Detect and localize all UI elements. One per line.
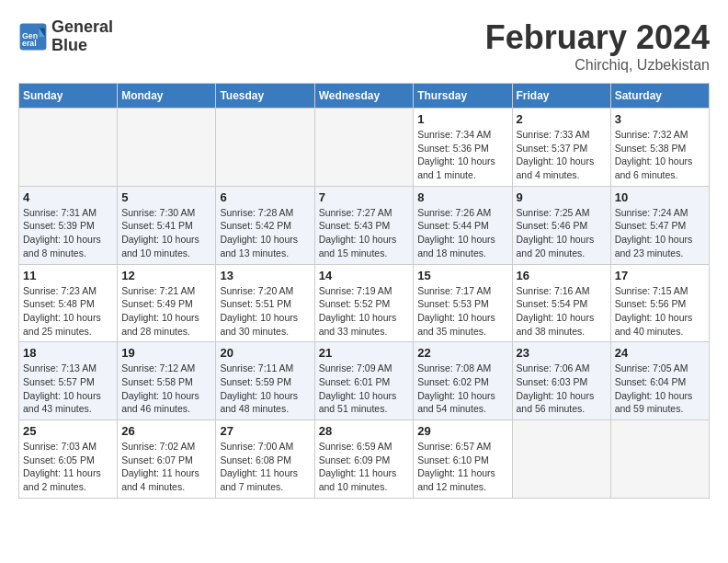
column-header-wednesday: Wednesday bbox=[314, 84, 414, 109]
day-number: 5 bbox=[121, 190, 211, 204]
day-info: Sunrise: 7:26 AMSunset: 5:44 PMDaylight:… bbox=[417, 206, 507, 260]
day-info: Sunrise: 7:19 AMSunset: 5:52 PMDaylight:… bbox=[319, 284, 410, 339]
day-info: Sunrise: 7:34 AMSunset: 5:36 PMDaylight:… bbox=[417, 128, 507, 182]
column-header-sunday: Sunday bbox=[19, 84, 118, 109]
day-number: 11 bbox=[23, 269, 113, 282]
day-number: 12 bbox=[121, 269, 211, 282]
day-number: 7 bbox=[319, 190, 410, 204]
calendar-week-row: 11Sunrise: 7:23 AMSunset: 5:48 PMDayligh… bbox=[19, 264, 710, 342]
day-number: 22 bbox=[417, 346, 507, 360]
calendar-cell: 26Sunrise: 7:02 AMSunset: 6:07 PMDayligh… bbox=[118, 420, 216, 499]
calendar-cell bbox=[314, 109, 414, 187]
day-info: Sunrise: 7:12 AMSunset: 5:58 PMDaylight:… bbox=[121, 362, 211, 416]
calendar-cell: 7Sunrise: 7:27 AMSunset: 5:43 PMDaylight… bbox=[314, 186, 414, 264]
location-subtitle: Chirchiq, Uzbekistan bbox=[485, 57, 710, 74]
day-info: Sunrise: 7:27 AMSunset: 5:43 PMDaylight:… bbox=[319, 206, 410, 260]
day-info: Sunrise: 7:20 AMSunset: 5:51 PMDaylight:… bbox=[220, 284, 310, 339]
calendar-cell: 4Sunrise: 7:31 AMSunset: 5:39 PMDaylight… bbox=[19, 186, 118, 264]
day-number: 14 bbox=[319, 269, 410, 282]
day-info: Sunrise: 6:57 AMSunset: 6:10 PMDaylight:… bbox=[417, 440, 507, 494]
day-info: Sunrise: 7:28 AMSunset: 5:42 PMDaylight:… bbox=[220, 206, 310, 260]
day-info: Sunrise: 7:17 AMSunset: 5:53 PMDaylight:… bbox=[417, 284, 507, 339]
day-info: Sunrise: 7:33 AMSunset: 5:37 PMDaylight:… bbox=[517, 128, 607, 182]
calendar-cell: 19Sunrise: 7:12 AMSunset: 5:58 PMDayligh… bbox=[118, 342, 216, 420]
calendar-cell: 29Sunrise: 6:57 AMSunset: 6:10 PMDayligh… bbox=[414, 420, 512, 499]
calendar-cell bbox=[19, 109, 118, 187]
day-info: Sunrise: 7:13 AMSunset: 5:57 PMDaylight:… bbox=[23, 362, 113, 416]
calendar-cell: 9Sunrise: 7:25 AMSunset: 5:46 PMDaylight… bbox=[512, 186, 610, 264]
day-number: 24 bbox=[615, 346, 705, 360]
calendar-cell: 12Sunrise: 7:21 AMSunset: 5:49 PMDayligh… bbox=[118, 264, 216, 342]
calendar-cell: 23Sunrise: 7:06 AMSunset: 6:03 PMDayligh… bbox=[512, 342, 610, 420]
calendar-cell bbox=[610, 420, 709, 499]
day-info: Sunrise: 7:06 AMSunset: 6:03 PMDaylight:… bbox=[517, 362, 607, 416]
day-info: Sunrise: 7:15 AMSunset: 5:56 PMDaylight:… bbox=[615, 284, 705, 339]
calendar-cell: 3Sunrise: 7:32 AMSunset: 5:38 PMDaylight… bbox=[610, 109, 709, 187]
logo-icon: Gen eral bbox=[18, 22, 48, 52]
svg-text:eral: eral bbox=[22, 39, 37, 48]
logo: Gen eral General Blue bbox=[18, 18, 113, 55]
day-number: 9 bbox=[517, 190, 607, 204]
calendar-header-row: SundayMondayTuesdayWednesdayThursdayFrid… bbox=[19, 84, 710, 109]
calendar-cell bbox=[216, 109, 314, 187]
calendar-cell: 25Sunrise: 7:03 AMSunset: 6:05 PMDayligh… bbox=[19, 420, 118, 499]
calendar-cell: 21Sunrise: 7:09 AMSunset: 6:01 PMDayligh… bbox=[314, 342, 414, 420]
day-number: 19 bbox=[121, 346, 211, 360]
calendar-cell bbox=[512, 420, 610, 499]
calendar-cell: 28Sunrise: 6:59 AMSunset: 6:09 PMDayligh… bbox=[314, 420, 414, 499]
calendar-cell: 22Sunrise: 7:08 AMSunset: 6:02 PMDayligh… bbox=[414, 342, 512, 420]
day-number: 21 bbox=[319, 346, 410, 360]
day-number: 28 bbox=[319, 424, 410, 438]
day-number: 1 bbox=[417, 112, 507, 126]
day-info: Sunrise: 7:21 AMSunset: 5:49 PMDaylight:… bbox=[121, 284, 211, 339]
day-number: 25 bbox=[23, 424, 113, 438]
calendar-cell: 27Sunrise: 7:00 AMSunset: 6:08 PMDayligh… bbox=[216, 420, 314, 499]
day-number: 26 bbox=[121, 424, 211, 438]
day-info: Sunrise: 6:59 AMSunset: 6:09 PMDaylight:… bbox=[319, 440, 410, 494]
day-number: 23 bbox=[517, 346, 607, 360]
day-info: Sunrise: 7:00 AMSunset: 6:08 PMDaylight:… bbox=[220, 440, 310, 494]
column-header-thursday: Thursday bbox=[414, 84, 512, 109]
title-block: February 2024 Chirchiq, Uzbekistan bbox=[485, 18, 710, 74]
calendar-cell: 1Sunrise: 7:34 AMSunset: 5:36 PMDaylight… bbox=[414, 109, 512, 187]
day-info: Sunrise: 7:16 AMSunset: 5:54 PMDaylight:… bbox=[517, 284, 607, 339]
day-info: Sunrise: 7:02 AMSunset: 6:07 PMDaylight:… bbox=[121, 440, 211, 494]
logo-text: General Blue bbox=[51, 18, 113, 55]
calendar-week-row: 4Sunrise: 7:31 AMSunset: 5:39 PMDaylight… bbox=[19, 186, 710, 264]
page-header: Gen eral General Blue February 2024 Chir… bbox=[18, 18, 710, 74]
day-number: 4 bbox=[23, 190, 113, 204]
day-number: 27 bbox=[220, 424, 310, 438]
calendar-cell: 13Sunrise: 7:20 AMSunset: 5:51 PMDayligh… bbox=[216, 264, 314, 342]
day-info: Sunrise: 7:03 AMSunset: 6:05 PMDaylight:… bbox=[23, 440, 113, 494]
day-info: Sunrise: 7:32 AMSunset: 5:38 PMDaylight:… bbox=[615, 128, 705, 182]
calendar-cell: 11Sunrise: 7:23 AMSunset: 5:48 PMDayligh… bbox=[19, 264, 118, 342]
day-number: 16 bbox=[517, 269, 607, 282]
calendar-week-row: 25Sunrise: 7:03 AMSunset: 6:05 PMDayligh… bbox=[19, 420, 710, 499]
calendar-table: SundayMondayTuesdayWednesdayThursdayFrid… bbox=[18, 83, 710, 499]
calendar-cell: 14Sunrise: 7:19 AMSunset: 5:52 PMDayligh… bbox=[314, 264, 414, 342]
month-year-title: February 2024 bbox=[485, 18, 710, 57]
day-number: 13 bbox=[220, 269, 310, 282]
column-header-friday: Friday bbox=[512, 84, 610, 109]
calendar-cell: 16Sunrise: 7:16 AMSunset: 5:54 PMDayligh… bbox=[512, 264, 610, 342]
calendar-cell: 18Sunrise: 7:13 AMSunset: 5:57 PMDayligh… bbox=[19, 342, 118, 420]
day-number: 6 bbox=[220, 190, 310, 204]
column-header-monday: Monday bbox=[118, 84, 216, 109]
day-info: Sunrise: 7:11 AMSunset: 5:59 PMDaylight:… bbox=[220, 362, 310, 416]
calendar-cell: 8Sunrise: 7:26 AMSunset: 5:44 PMDaylight… bbox=[414, 186, 512, 264]
day-info: Sunrise: 7:30 AMSunset: 5:41 PMDaylight:… bbox=[121, 206, 211, 260]
day-number: 10 bbox=[615, 190, 705, 204]
column-header-saturday: Saturday bbox=[610, 84, 709, 109]
day-number: 20 bbox=[220, 346, 310, 360]
calendar-cell: 2Sunrise: 7:33 AMSunset: 5:37 PMDaylight… bbox=[512, 109, 610, 187]
day-info: Sunrise: 7:25 AMSunset: 5:46 PMDaylight:… bbox=[517, 206, 607, 260]
day-number: 2 bbox=[517, 112, 607, 126]
day-info: Sunrise: 7:24 AMSunset: 5:47 PMDaylight:… bbox=[615, 206, 705, 260]
day-info: Sunrise: 7:05 AMSunset: 6:04 PMDaylight:… bbox=[615, 362, 705, 416]
calendar-cell: 20Sunrise: 7:11 AMSunset: 5:59 PMDayligh… bbox=[216, 342, 314, 420]
column-header-tuesday: Tuesday bbox=[216, 84, 314, 109]
calendar-cell bbox=[118, 109, 216, 187]
day-number: 3 bbox=[615, 112, 705, 126]
calendar-cell: 10Sunrise: 7:24 AMSunset: 5:47 PMDayligh… bbox=[610, 186, 709, 264]
calendar-cell: 5Sunrise: 7:30 AMSunset: 5:41 PMDaylight… bbox=[118, 186, 216, 264]
